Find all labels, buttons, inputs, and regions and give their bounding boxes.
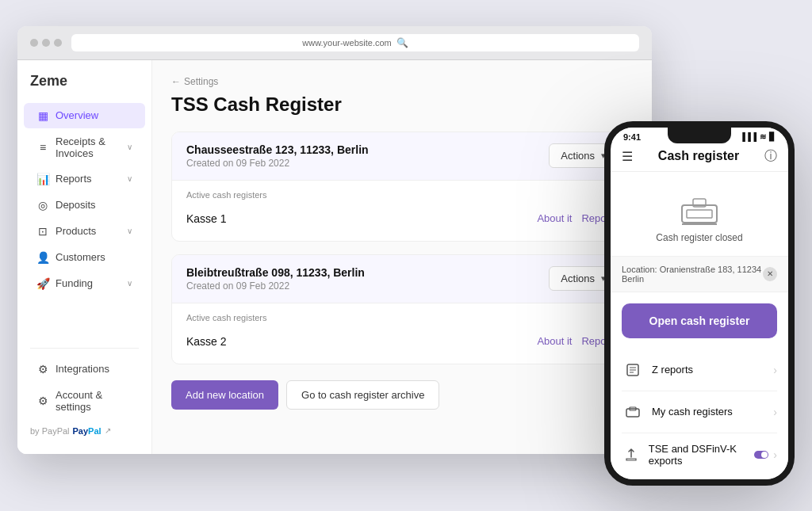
svg-rect-1 [687,210,712,218]
register-name-2: Kasse 2 [186,335,227,348]
location-close-button[interactable]: ✕ [763,267,777,281]
location-banner-text: Location: Oranienstraße 183, 11234 Berli… [622,265,763,284]
phone-menu-item-zreports[interactable]: Z reports › [622,349,777,391]
chevron-down-icon-reports: ∨ [127,174,132,183]
open-cash-register-button[interactable]: Open cash register [622,303,777,338]
sidebar-divider [30,348,139,349]
funding-icon: 🚀 [36,277,49,290]
location-2-name: Bleibtreußtraße 098, 11233, Berlin [186,266,365,279]
external-link-icon: ↗ [105,426,111,435]
browser-chrome: www.your-website.com 🔍 [17,26,652,60]
phone-notch [668,128,731,143]
wifi-icon: ≋ [760,132,766,141]
phone-overlay: 9:41 ▐▐▐ ≋ ▊ ☰ Cash register ⓘ [604,121,795,486]
toggle-switch[interactable] [754,451,768,459]
browser-dots [30,39,62,47]
register-section-2: Active cash registers Kasse 2 About it R… [172,303,632,364]
sidebar-item-account[interactable]: ⚙ Account & settings [24,383,145,419]
sidebar-item-account-label: Account & settings [56,389,132,413]
sidebar-item-overview[interactable]: ▦ Overview [24,103,145,128]
phone-title: Cash register [658,149,739,163]
actions-label-1: Actions [561,150,595,162]
location-2-created: Created on 09 Feb 2022 [186,280,365,292]
bottom-bar: Add new location Go to cash register arc… [171,380,633,410]
actions-label-2: Actions [561,273,595,284]
browser-dot-green [54,39,62,47]
sidebar-item-deposits[interactable]: ◎ Deposits [24,193,145,218]
sidebar-item-customers-label: Customers [56,251,132,263]
register-section-label-1: Active cash registers [186,190,618,200]
reports-icon: 📊 [36,173,49,185]
deposits-icon: ◎ [36,199,49,212]
sidebar-item-customers[interactable]: 👤 Customers [24,245,145,270]
sidebar-item-receipts[interactable]: ≡ Receipts & Invoices ∨ [24,129,145,166]
sidebar-nav: ▦ Overview ≡ Receipts & Invoices ∨ 📊 Rep… [17,103,151,296]
paypal-badge: by PayPal PayPal ↗ [17,420,151,442]
products-icon: ⊡ [36,225,49,238]
zreports-label: Z reports [652,364,693,376]
location-card-2: Bleibtreußtraße 098, 11233, Berlin Creat… [171,254,633,364]
integrations-icon: ⚙ [36,363,49,376]
page-title: TSS Cash Register [171,93,633,116]
phone-menu-item-myregisters[interactable]: My cash registers › [622,391,777,433]
sidebar-logo: Zeme [17,73,151,102]
location-1-created: Created on 09 Feb 2022 [186,158,369,169]
myregisters-icon [622,401,644,423]
register-section-label-2: Active cash registers [186,313,618,322]
chevron-down-icon-products: ∨ [127,227,132,235]
location-header-1: Chausseestraße 123, 11233, Berlin Create… [172,132,632,181]
location-1-name: Chausseestraße 123, 11233, Berlin [186,143,369,156]
breadcrumb-arrow: ← [171,76,181,87]
browser-dot-yellow [42,39,50,47]
sidebar-item-funding-label: Funding [56,277,121,289]
main-content: ← Settings TSS Cash Register Chausseestr… [152,60,652,454]
sidebar: Zeme ▦ Overview ≡ Receipts & Invoices ∨ [17,60,152,454]
menu-item-left-zreports: Z reports [622,359,693,381]
breadcrumb: ← Settings [171,76,633,87]
paypal-label: by PayPal [30,426,70,436]
hamburger-icon[interactable]: ☰ [622,149,633,164]
phone-menu-item-exports[interactable]: TSE and DSFinV-K exports › [622,433,777,476]
location-banner: Location: Oranienstraße 183, 11234 Berli… [611,257,788,292]
chevron-down-icon-funding: ∨ [127,279,132,288]
myregisters-label: My cash registers [652,406,733,418]
sidebar-item-funding[interactable]: 🚀 Funding ∨ [24,271,145,296]
register-about-link-1[interactable]: About it [537,212,572,224]
chevron-down-icon: ∨ [127,143,132,151]
breadcrumb-label: Settings [184,76,218,87]
app-container: Zeme ▦ Overview ≡ Receipts & Invoices ∨ [17,60,652,454]
phone-body: Cash register closed Location: Oranienst… [611,172,788,479]
sidebar-item-reports[interactable]: 📊 Reports ∨ [24,166,145,192]
sidebar-item-integrations[interactable]: ⚙ Integrations [24,357,145,382]
exports-right: › [754,448,777,461]
archive-button[interactable]: Go to cash register archive [286,380,439,410]
phone-time: 9:41 [623,132,641,142]
sidebar-item-products-label: Products [56,225,121,237]
customers-icon: 👤 [36,251,49,264]
cash-register-status: Cash register closed [656,232,742,243]
zreports-right: › [773,364,777,376]
menu-item-left-myregisters: My cash registers [622,401,733,423]
phone-header: ☰ Cash register ⓘ [611,142,788,172]
browser-address-bar[interactable]: www.your-website.com 🔍 [71,34,639,51]
sidebar-item-deposits-label: Deposits [56,199,132,211]
add-location-button[interactable]: Add new location [171,380,278,410]
cash-register-icon [679,194,720,226]
sidebar-item-products[interactable]: ⊡ Products ∨ [24,219,145,244]
exports-label: TSE and DSFinV-K exports [649,443,755,467]
browser-dot-red [30,39,38,47]
battery-icon: ▊ [769,132,776,141]
exports-icon [622,444,641,466]
sidebar-item-integrations-label: Integrations [56,363,132,375]
paypal-logo: PayPal [73,426,102,436]
menu-item-left-exports: TSE and DSFinV-K exports [622,443,754,467]
overview-icon: ▦ [36,109,49,122]
register-section-1: Active cash registers Kasse 1 About it R… [172,181,632,241]
signal-icon: ▐▐▐ [740,132,756,141]
sidebar-item-reports-label: Reports [56,173,121,185]
register-row-1: Kasse 1 About it Reports [186,206,618,231]
browser-url: www.your-website.com [302,38,391,48]
register-about-link-2[interactable]: About it [537,335,572,347]
info-icon[interactable]: ⓘ [764,148,777,165]
search-icon: 🔍 [396,37,408,48]
